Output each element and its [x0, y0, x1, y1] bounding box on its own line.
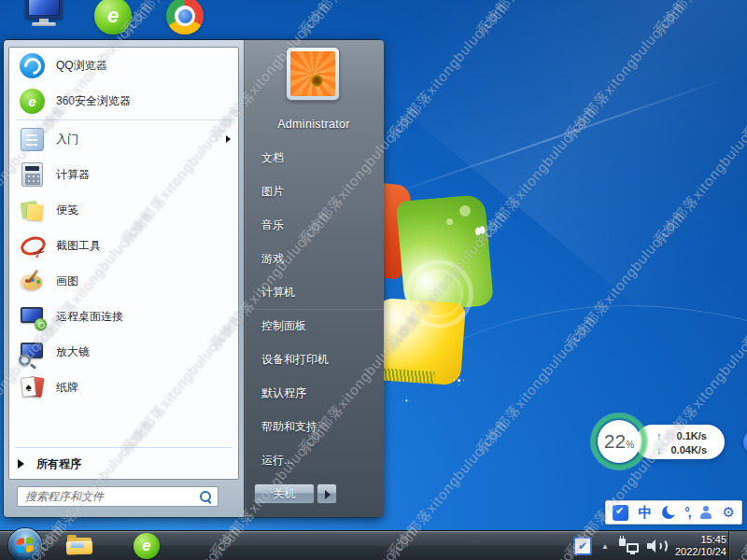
upload-arrow-icon: ↑	[656, 430, 662, 441]
sparkle-flower	[454, 375, 463, 385]
download-speed: 0.04K/s	[670, 444, 707, 455]
avatar[interactable]	[287, 48, 339, 100]
start-menu-item-default-programs[interactable]: 默认程序	[244, 376, 384, 410]
search-icon	[200, 491, 212, 503]
submenu-arrow-icon	[226, 135, 231, 143]
ime-punctuation-icon[interactable]: °,	[684, 505, 690, 520]
ime-fullwidth-moon-icon[interactable]	[662, 506, 675, 519]
shutdown-button[interactable]: 关机	[254, 483, 315, 504]
glow-dot	[446, 218, 453, 225]
user-name[interactable]: Administrator	[262, 118, 365, 131]
start-button[interactable]	[8, 528, 42, 560]
desktop-icon-computer[interactable]	[22, 0, 65, 34]
remote-desktop-icon	[20, 304, 45, 329]
ime-toolbar: 中 °, ⚙	[605, 500, 742, 525]
taskbar-item-360-browser[interactable]: e	[131, 534, 162, 558]
search-input[interactable]	[18, 487, 218, 506]
start-menu-item-computer[interactable]: 计算机	[244, 275, 384, 309]
divider	[15, 447, 233, 448]
start-menu-search	[17, 486, 218, 507]
start-menu-item-devices-printers[interactable]: 设备和打印机	[244, 343, 384, 376]
sparkle-flower	[403, 398, 410, 404]
desktop: e QQ浏览器 e 360安全浏览器 入门	[0, 0, 747, 560]
sticky-notes-icon	[20, 198, 45, 223]
download-arrow-icon: ↓	[656, 444, 662, 455]
start-menu-item-remote-desktop[interactable]: 远程桌面连接	[9, 299, 238, 334]
clock[interactable]: 15:45 2022/10/24	[675, 534, 726, 558]
start-menu-left-panel: QQ浏览器 e 360安全浏览器 入门 计算器	[4, 40, 244, 517]
getting-started-icon	[21, 128, 44, 151]
volume-tray-icon[interactable]	[647, 538, 667, 554]
start-menu-right-panel: Administrator 文档 图片 音乐 游戏 计算机 控制面板 设备和打印…	[244, 40, 384, 517]
start-menu-item-solitaire[interactable]: ♠ 纸牌	[9, 370, 238, 405]
all-programs-button[interactable]: 所有程序	[9, 449, 238, 479]
start-menu-item-360-browser[interactable]: e 360安全浏览器	[9, 83, 238, 119]
start-menu-item-music[interactable]: 音乐	[244, 208, 384, 242]
memory-percent: 22	[604, 420, 626, 463]
monitor-icon	[25, 0, 63, 19]
paint-icon	[20, 269, 45, 294]
ime-chinese-mode-icon[interactable]: 中	[638, 504, 652, 522]
qq-browser-icon	[20, 53, 45, 78]
user-picture	[290, 51, 335, 96]
start-menu-item-sticky-notes[interactable]: 便笺	[9, 192, 238, 228]
tray-time: 15:45	[700, 534, 726, 545]
glow-dot	[459, 205, 471, 217]
accelerate-plus-button[interactable]	[743, 429, 747, 455]
upload-speed: 0.1K/s	[677, 430, 707, 441]
shutdown-options-button[interactable]	[317, 483, 337, 504]
divider	[15, 119, 233, 120]
show-desktop-button[interactable]	[728, 531, 747, 560]
360-browser-icon: e	[20, 89, 45, 114]
start-menu: QQ浏览器 e 360安全浏览器 入门 计算器	[3, 39, 383, 518]
start-menu-item-qq-browser[interactable]: QQ浏览器	[9, 48, 238, 83]
taskbar: e ▲ 15:45 2022/10/24	[0, 530, 747, 560]
system-tray: ▲ 15:45 2022/10/24	[573, 531, 726, 560]
hidden-icons-arrow[interactable]: ▲	[600, 542, 610, 551]
wallpaper-ring	[415, 270, 463, 318]
right-arrow-icon	[18, 459, 24, 469]
ime-status-tray-icon[interactable]	[573, 537, 592, 555]
calculator-icon	[21, 162, 43, 187]
snipping-tool-icon	[20, 233, 45, 259]
ime-user-icon[interactable]	[699, 506, 712, 519]
start-menu-item-games[interactable]: 游戏	[244, 242, 384, 275]
ime-settings-gear-icon[interactable]: ⚙	[723, 504, 735, 521]
right-arrow-icon	[325, 490, 331, 499]
start-menu-item-control-panel[interactable]: 控制面板	[244, 309, 384, 343]
start-menu-item-paint[interactable]: 画图	[9, 263, 238, 299]
taskbar-item-explorer[interactable]	[65, 534, 97, 558]
solitaire-icon: ♠	[20, 375, 45, 400]
start-menu-item-run[interactable]: 运行...	[244, 443, 384, 477]
windows-flag-icon	[17, 537, 34, 553]
network-tray-icon[interactable]	[618, 538, 639, 554]
start-menu-item-pictures[interactable]: 图片	[244, 175, 384, 208]
memory-usage-ball[interactable]: 22 %	[590, 413, 648, 470]
ime-logo-icon[interactable]	[613, 505, 628, 521]
start-menu-item-documents[interactable]: 文档	[244, 141, 384, 175]
start-menu-item-calculator[interactable]: 计算器	[9, 157, 238, 192]
start-menu-item-snipping-tool[interactable]: 截图工具	[9, 228, 238, 263]
network-speed-panel: ↑ 0.1K/s ↓ 0.04K/s	[635, 425, 725, 459]
start-menu-item-getting-started[interactable]: 入门	[9, 121, 238, 157]
start-menu-item-help-support[interactable]: 帮助和支持	[244, 410, 384, 443]
tray-date: 2022/10/24	[675, 546, 726, 557]
magnifier-icon	[20, 340, 45, 365]
desktop-icon-360-browser[interactable]: e	[94, 0, 132, 35]
start-menu-item-magnifier[interactable]: 放大镜	[9, 334, 238, 370]
